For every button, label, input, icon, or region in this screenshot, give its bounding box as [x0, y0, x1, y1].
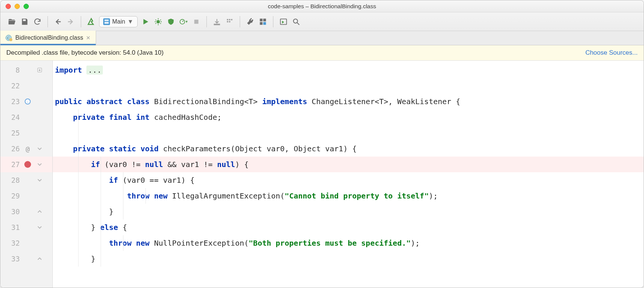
coverage-icon[interactable]: [166, 17, 176, 27]
svg-rect-7: [260, 18, 262, 21]
editor-tabs: C BidirectionalBinding.class ✕: [0, 31, 644, 45]
line-number: 27: [0, 160, 22, 169]
search-icon[interactable]: [291, 17, 301, 27]
choose-sources-link[interactable]: Choose Sources...: [585, 49, 638, 57]
fold-expand-icon[interactable]: +: [37, 68, 42, 72]
svg-rect-8: [263, 18, 266, 21]
run-config-name: Main: [112, 18, 125, 25]
main-toolbar: Main ▼ ▼: [0, 12, 644, 31]
svg-point-12: [293, 19, 297, 23]
line-number: 30: [0, 207, 22, 216]
project-structure-icon[interactable]: [258, 17, 268, 27]
svg-rect-2: [104, 22, 108, 24]
open-icon[interactable]: [7, 17, 17, 27]
line-number: 33: [0, 255, 22, 263]
line-number: 22: [0, 82, 22, 90]
svg-rect-9: [260, 22, 262, 24]
svg-rect-6: [214, 24, 220, 25]
run-icon[interactable]: [141, 17, 150, 27]
settings-icon[interactable]: [245, 17, 255, 27]
vcs-commit-icon[interactable]: [225, 17, 234, 27]
decompiled-banner: Decompiled .class file, bytecode version…: [0, 45, 644, 61]
stop-icon: [191, 17, 201, 27]
profile-icon[interactable]: ▼: [179, 17, 188, 27]
svg-point-15: [9, 38, 12, 41]
save-icon[interactable]: [20, 17, 30, 27]
close-tab-icon[interactable]: ✕: [86, 35, 91, 41]
line-number: 23: [0, 97, 22, 106]
fold-end-icon[interactable]: [37, 257, 42, 261]
line-number: 26: [0, 145, 22, 153]
banner-message: Decompiled .class file, bytecode version…: [6, 49, 163, 57]
line-number: 8: [0, 66, 22, 74]
build-icon[interactable]: [86, 17, 96, 27]
fold-collapse-icon[interactable]: [37, 225, 42, 230]
fold-collapse-icon[interactable]: [37, 178, 42, 182]
code-editor[interactable]: 8+ 22 23↓ 24 25 26@ 27 28 29 30 31 32 33…: [0, 61, 644, 288]
line-number: 29: [0, 192, 22, 200]
chevron-down-icon: ▼: [128, 18, 134, 25]
forward-icon: [66, 17, 76, 27]
gutter[interactable]: 8+ 22 23↓ 24 25 26@ 27 28 29 30 31 32 33: [0, 61, 53, 288]
app-window: code-samples – BidirectionalBinding.clas…: [0, 0, 644, 288]
line-number: 28: [0, 176, 22, 184]
line-number: 32: [0, 239, 22, 247]
fold-collapse-icon[interactable]: [37, 162, 42, 167]
line-number: 31: [0, 223, 22, 231]
debug-icon[interactable]: [153, 17, 163, 27]
fold-end-icon[interactable]: [37, 209, 42, 214]
editor-tab-label: BidirectionalBinding.class: [15, 34, 83, 41]
fold-collapse-icon[interactable]: [37, 146, 42, 151]
svg-point-3: [156, 20, 160, 23]
code-area[interactable]: import ... public abstract class Bidirec…: [53, 61, 644, 288]
editor-tab-active[interactable]: C BidirectionalBinding.class ✕: [0, 31, 96, 45]
line-number: 24: [0, 113, 22, 121]
class-file-icon: C: [6, 34, 12, 41]
vcs-update-icon[interactable]: [212, 17, 222, 27]
override-gutter-icon[interactable]: ↓: [25, 98, 31, 104]
run-config-selector[interactable]: Main ▼: [99, 16, 138, 27]
svg-rect-5: [194, 19, 198, 24]
app-icon: [103, 18, 110, 25]
refresh-icon[interactable]: [33, 17, 42, 27]
svg-rect-1: [104, 19, 108, 21]
window-title: code-samples – BidirectionalBinding.clas…: [0, 3, 644, 10]
svg-rect-10: [263, 22, 266, 24]
line-number: 25: [0, 129, 22, 137]
run-anything-icon[interactable]: [279, 17, 288, 27]
back-icon[interactable]: [53, 17, 63, 27]
breakpoint-icon[interactable]: [24, 161, 31, 168]
title-bar: code-samples – BidirectionalBinding.clas…: [0, 0, 644, 12]
annotation-gutter-icon[interactable]: @: [26, 145, 30, 153]
